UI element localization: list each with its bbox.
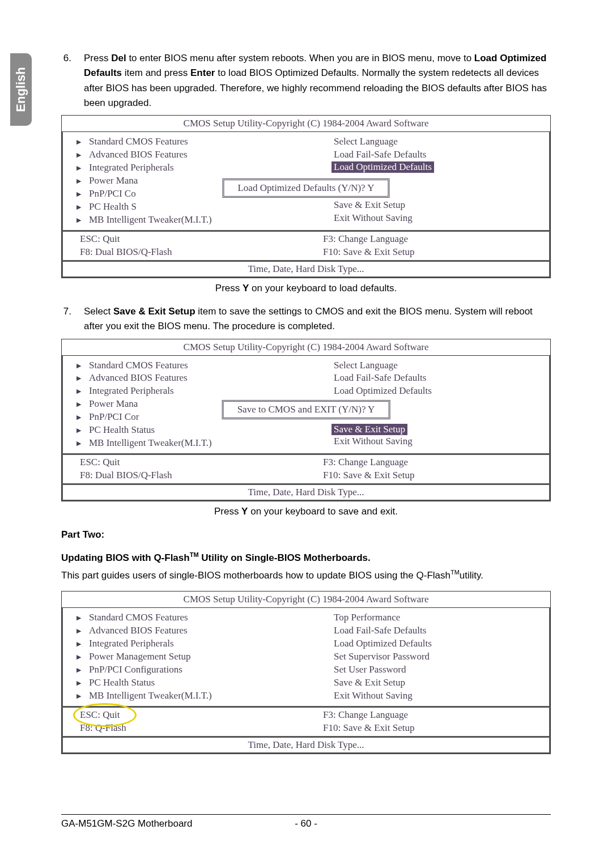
triangle-icon: ▶ xyxy=(76,640,81,648)
triangle-icon: ▶ xyxy=(76,666,81,674)
bios-left-col: ▶Standard CMOS Features ▶Advanced BIOS F… xyxy=(63,611,311,703)
menu-item[interactable]: ▶Integrated Peripherals xyxy=(76,161,308,175)
bios-hint: Time, Date, Hard Disk Type... xyxy=(62,261,550,278)
menu-item[interactable]: Load Fail-Safe Defaults xyxy=(314,624,546,637)
menu-item[interactable]: Select Language xyxy=(314,359,546,372)
bios-footer-keys: ESC: Quit F8: Dual BIOS/Q-Flash F3: Chan… xyxy=(62,231,550,261)
key-hint: ESC: Quit xyxy=(80,233,300,246)
step-6: 6. Press Del to enter BIOS menu after sy… xyxy=(61,51,551,110)
menu-item[interactable]: ▶Integrated Peripherals xyxy=(76,637,308,650)
part-two-label: Part Two: xyxy=(61,527,551,542)
triangle-icon: ▶ xyxy=(76,692,81,700)
key-hint: F10: Save & Exit Setup xyxy=(323,246,543,259)
menu-item[interactable]: ▶Advanced BIOS Features xyxy=(76,372,308,385)
key-hint: ESC: Quit xyxy=(80,456,300,469)
step-list: 6. Press Del to enter BIOS menu after sy… xyxy=(61,51,551,110)
bios-body: ▶Standard CMOS Features ▶Advanced BIOS F… xyxy=(62,356,550,455)
triangle-icon: ▶ xyxy=(76,190,81,198)
key-hint: F3: Change Language xyxy=(323,456,543,469)
menu-item[interactable]: Set Supervisor Password xyxy=(314,650,546,663)
menu-item[interactable]: ▶Advanced BIOS Features xyxy=(76,148,308,161)
menu-item[interactable]: Set User Password xyxy=(314,663,546,676)
menu-item[interactable]: Exit Without Saving xyxy=(314,212,546,225)
menu-item[interactable]: Save & Exit Setup xyxy=(314,199,546,212)
page: English 6. Press Del to enter BIOS menu … xyxy=(0,0,612,868)
step-body: Press Del to enter BIOS menu after syste… xyxy=(84,51,551,110)
menu-item[interactable]: ▶Standard CMOS Features xyxy=(76,135,308,148)
menu-item[interactable]: Select Language xyxy=(314,135,546,148)
footer-left: GA-M51GM-S2G Motherboard xyxy=(61,818,288,829)
confirm-dialog[interactable]: Save to CMOS and EXIT (Y/N)? Y xyxy=(222,400,390,419)
part-two-heading: Updating BIOS with Q-FlashTM Utility on … xyxy=(61,550,551,565)
menu-item[interactable]: ▶Advanced BIOS Features xyxy=(76,624,308,637)
menu-item[interactable]: Load Fail-Safe Defaults xyxy=(314,372,546,385)
triangle-icon: ▶ xyxy=(76,138,81,146)
caption-1: Press Y on your keyboard to load default… xyxy=(61,283,551,294)
menu-item[interactable]: ▶Power Management Setup xyxy=(76,650,308,663)
bios-hint: Time, Date, Hard Disk Type... xyxy=(62,484,550,501)
menu-item[interactable]: ▶PC Health Status xyxy=(76,424,308,437)
bios-title: CMOS Setup Utility-Copyright (C) 1984-20… xyxy=(62,116,550,132)
step-number: 6. xyxy=(61,51,71,110)
key-hint: F3: Change Language xyxy=(323,709,543,722)
bios-screenshot-3: CMOS Setup Utility-Copyright (C) 1984-20… xyxy=(61,591,551,754)
bios-hint: Time, Date, Hard Disk Type... xyxy=(62,737,550,754)
part-two-body: This part guides users of single-BIOS mo… xyxy=(61,568,551,583)
step-body: Select Save & Exit Setup item to save th… xyxy=(84,304,551,334)
bios-title: CMOS Setup Utility-Copyright (C) 1984-20… xyxy=(62,592,550,608)
bios-body: ▶Standard CMOS Features ▶Advanced BIOS F… xyxy=(62,132,550,231)
page-footer: GA-M51GM-S2G Motherboard - 60 - xyxy=(61,814,551,829)
triangle-icon: ▶ xyxy=(76,679,81,687)
menu-item[interactable]: Top Performance xyxy=(314,611,546,624)
triangle-icon: ▶ xyxy=(76,400,81,409)
triangle-icon: ▶ xyxy=(76,387,81,395)
menu-item[interactable]: ▶MB Intelligent Tweaker(M.I.T.) xyxy=(76,690,308,703)
menu-item[interactable]: ▶Integrated Peripherals xyxy=(76,385,308,398)
menu-item[interactable]: ▶MB Intelligent Tweaker(M.I.T.) xyxy=(76,214,308,227)
triangle-icon: ▶ xyxy=(76,203,81,211)
step-list: 7. Select Save & Exit Setup item to save… xyxy=(61,304,551,334)
menu-item[interactable]: Exit Without Saving xyxy=(314,690,546,703)
triangle-icon: ▶ xyxy=(76,151,81,159)
triangle-icon: ▶ xyxy=(76,627,81,635)
menu-item[interactable]: Load Optimized Defaults xyxy=(314,637,546,650)
menu-item[interactable]: Load Fail-Safe Defaults xyxy=(314,148,546,161)
key-hint: F8: Dual BIOS/Q-Flash xyxy=(80,246,300,259)
triangle-icon: ▶ xyxy=(76,614,81,622)
bios-footer-keys: ESC: Quit F8: Dual BIOS/Q-Flash F3: Chan… xyxy=(62,454,550,484)
caption-2: Press Y on your keyboard to save and exi… xyxy=(61,506,551,517)
menu-item-highlighted[interactable]: Save & Exit Setup xyxy=(332,424,407,435)
key-hint: F8: Q-Flash xyxy=(80,722,300,735)
key-hint: ESC: Quit xyxy=(80,709,300,722)
triangle-icon: ▶ xyxy=(76,439,81,448)
key-hint: F8: Dual BIOS/Q-Flash xyxy=(80,469,300,482)
bios-body: ▶Standard CMOS Features ▶Advanced BIOS F… xyxy=(62,608,550,707)
menu-item[interactable]: ▶Standard CMOS Features xyxy=(76,359,308,372)
key-hint: F3: Change Language xyxy=(323,233,543,246)
confirm-dialog[interactable]: Load Optimized Defaults (Y/N)? Y xyxy=(222,178,389,198)
menu-item[interactable]: Save & Exit Setup xyxy=(314,676,546,690)
language-tab-label: English xyxy=(14,67,28,112)
menu-item-highlighted[interactable]: Load Optimized Defaults xyxy=(332,161,434,173)
footer-page-number: - 60 - xyxy=(288,818,324,829)
triangle-icon: ▶ xyxy=(76,361,81,370)
menu-item[interactable]: Load Optimized Defaults xyxy=(314,385,546,398)
menu-item[interactable]: ▶Standard CMOS Features xyxy=(76,611,308,624)
menu-item[interactable]: ▶PnP/PCI Configurations xyxy=(76,663,308,676)
triangle-icon: ▶ xyxy=(76,216,81,224)
bios-right-col: Top Performance Load Fail-Safe Defaults … xyxy=(311,611,549,703)
bios-screenshot-2: CMOS Setup Utility-Copyright (C) 1984-20… xyxy=(61,339,551,501)
step-number: 7. xyxy=(61,304,71,334)
menu-item[interactable]: Exit Without Saving xyxy=(314,435,546,448)
triangle-icon: ▶ xyxy=(76,413,81,422)
bios-footer-keys: ESC: Quit F8: Q-Flash F3: Change Languag… xyxy=(62,707,550,737)
menu-item[interactable]: ▶PC Health Status xyxy=(76,676,308,690)
content-area: 6. Press Del to enter BIOS menu after sy… xyxy=(40,51,551,754)
language-tab: English xyxy=(10,53,32,126)
menu-item[interactable]: ▶MB Intelligent Tweaker(M.I.T.) xyxy=(76,437,308,450)
triangle-icon: ▶ xyxy=(76,164,81,172)
menu-item[interactable]: ▶PC Health S xyxy=(76,201,308,214)
step-7: 7. Select Save & Exit Setup item to save… xyxy=(61,304,551,334)
triangle-icon: ▶ xyxy=(76,374,81,382)
key-hint: F10: Save & Exit Setup xyxy=(323,722,543,735)
